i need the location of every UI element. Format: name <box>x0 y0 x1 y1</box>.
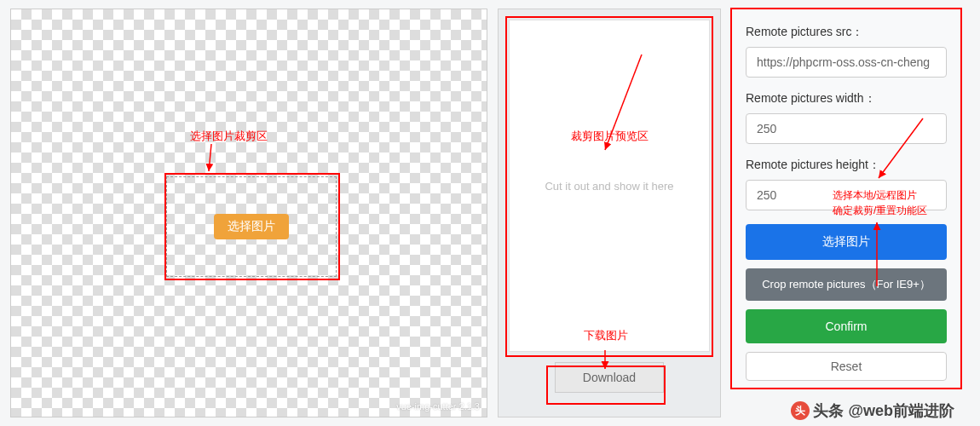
annotation-label-crop: 选择图片裁剪区 <box>190 129 268 144</box>
choose-image-button[interactable]: 选择图片 <box>214 214 289 239</box>
width-label: Remote pictures width： <box>746 91 947 106</box>
toutiao-icon: 头 <box>791 401 810 420</box>
select-image-button[interactable]: 选择图片 <box>746 224 947 260</box>
right-wrap: Remote pictures src： Remote pictures wid… <box>731 9 961 417</box>
preview-placeholder-text: Cut it out and show it here <box>545 180 673 193</box>
src-label: Remote pictures src： <box>746 25 947 40</box>
download-button[interactable]: Download <box>555 362 664 393</box>
height-label: Remote pictures height： <box>746 158 947 173</box>
reset-button[interactable]: Reset <box>746 352 947 381</box>
form-panel: Remote pictures src： Remote pictures wid… <box>731 9 961 389</box>
src-input[interactable] <box>746 47 947 78</box>
annotation-label-preview: 裁剪图片预览区 <box>571 129 649 144</box>
footer-watermark-text: 头条 @web前端进阶 <box>813 400 954 421</box>
version-watermark: vue-img-cutter 2.1.3 <box>396 401 480 412</box>
confirm-button[interactable]: Confirm <box>746 309 947 343</box>
crop-selection-box[interactable]: 选择图片 <box>166 176 337 277</box>
annotation-label-form-2: 确定裁剪/重置功能区 <box>833 204 927 218</box>
preview-panel: 裁剪图片预览区 Cut it out and show it here 下载图片… <box>498 9 721 417</box>
annotation-label-form-1: 选择本地/远程图片 <box>833 188 917 203</box>
footer-watermark: 头 头条 @web前端进阶 <box>791 400 954 421</box>
svg-line-0 <box>209 144 211 171</box>
annotation-label-download: 下载图片 <box>584 328 628 343</box>
width-input[interactable] <box>746 113 947 144</box>
preview-inner: 裁剪图片预览区 Cut it out and show it here <box>509 20 710 352</box>
crop-panel: 选择图片 选择图片裁剪区 vue-img-cutter 2.1.3 <box>10 9 487 417</box>
crop-remote-button[interactable]: Crop remote pictures（For IE9+） <box>746 268 947 301</box>
